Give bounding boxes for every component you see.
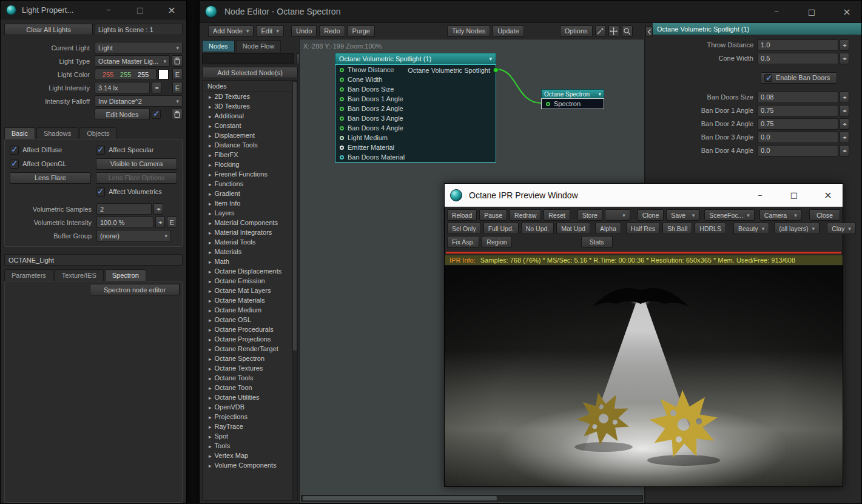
expand-wedge-icon[interactable]	[209, 161, 212, 168]
output-pin[interactable]	[493, 67, 499, 73]
buffer-group-dropdown[interactable]: (none)	[96, 230, 171, 241]
expand-wedge-icon[interactable]	[209, 335, 212, 343]
maximize-icon[interactable]	[135, 5, 145, 15]
tab-basic[interactable]: Basic	[4, 127, 35, 139]
zoom-tool-button[interactable]	[622, 25, 633, 37]
node-category-item[interactable]: Octane Emission	[203, 276, 297, 286]
expand-wedge-icon[interactable]	[209, 297, 212, 304]
expand-wedge-icon[interactable]	[209, 394, 212, 401]
expand-wedge-icon[interactable]	[209, 345, 212, 352]
node-input-row[interactable]: Ban Doors Size	[335, 84, 496, 94]
edit-menu[interactable]: Edit	[256, 25, 284, 37]
expand-wedge-icon[interactable]	[209, 326, 212, 333]
store-button[interactable]: Store	[577, 209, 602, 221]
affect-volumetrics-checkbox[interactable]	[96, 187, 105, 197]
options-button[interactable]: Options	[560, 25, 593, 37]
node-category-item[interactable]: Math	[203, 257, 297, 266]
node-input-row[interactable]: Ban Doors Material	[335, 152, 496, 162]
node-category-item[interactable]: Octane Displacements	[203, 266, 297, 276]
add-selected-nodes-button[interactable]: Add Selected Node(s)	[202, 67, 298, 78]
node-category-item[interactable]: Material Tools	[203, 237, 297, 247]
property-stepper[interactable]	[840, 132, 849, 143]
node-input-row[interactable]: Ban Doors 3 Angle	[335, 113, 496, 123]
node-category-item[interactable]: Material Components	[203, 218, 297, 227]
expand-wedge-icon[interactable]	[209, 452, 212, 459]
tidy-nodes-button[interactable]: Tidy Nodes	[447, 25, 490, 37]
reload-button[interactable]: Reload	[447, 209, 477, 221]
redraw-button[interactable]: Redraw	[510, 209, 541, 221]
close-icon[interactable]	[842, 6, 852, 18]
minimize-icon[interactable]	[772, 7, 781, 16]
expand-wedge-icon[interactable]	[209, 151, 212, 158]
shader-ball-button[interactable]: Sh.Ball	[662, 223, 692, 234]
spectron-node-editor-button[interactable]: Spectron node editor	[90, 284, 180, 295]
expand-wedge-icon[interactable]	[209, 403, 212, 411]
update-button[interactable]: Update	[493, 25, 524, 37]
expand-wedge-icon[interactable]	[209, 267, 212, 275]
node-category-item[interactable]: Distance Tools	[203, 140, 297, 150]
node-category-item[interactable]: Octane Mat Layers	[203, 286, 297, 295]
node-category-item[interactable]: Octane Medium	[203, 305, 297, 315]
input-pin[interactable]	[340, 155, 344, 160]
expand-wedge-icon[interactable]	[209, 102, 212, 110]
node-input-row[interactable]: Cone Width	[335, 75, 496, 84]
input-pin[interactable]	[340, 107, 344, 111]
clone-button[interactable]: Clone	[638, 209, 664, 221]
node-header[interactable]: Octane Spectron	[541, 89, 604, 98]
input-pin[interactable]	[340, 126, 344, 130]
expand-wedge-icon[interactable]	[209, 287, 212, 294]
input-pin[interactable]	[340, 78, 344, 82]
node-category-item[interactable]: Material Integrators	[203, 227, 297, 237]
ipr-titlebar[interactable]: Octane IPR Preview Window	[445, 184, 843, 207]
node-category-item[interactable]: FiberFX	[203, 150, 297, 160]
node-category-item[interactable]: RayTrace	[203, 422, 297, 431]
expand-wedge-icon[interactable]	[209, 432, 212, 440]
node-category-item[interactable]: Tools	[203, 441, 297, 451]
node-category-item[interactable]: Octane RenderTarget	[203, 344, 297, 354]
light-properties-titlebar[interactable]: Light Propert...	[1, 1, 186, 19]
octane-spectron-node[interactable]: Octane Spectron Spectron	[541, 89, 604, 109]
affect-opengl-checkbox[interactable]	[10, 160, 19, 169]
node-editor-titlebar[interactable]: Node Editor - Octane Spectron	[200, 1, 861, 23]
node-header[interactable]: Octane Volumetric Spotlight (1)	[335, 53, 496, 64]
full-update-button[interactable]: Full Upd.	[483, 223, 519, 234]
expand-wedge-icon[interactable]	[209, 365, 212, 372]
node-category-item[interactable]: Item Info	[203, 198, 297, 208]
node-category-item[interactable]: Projections	[203, 412, 297, 422]
close-icon[interactable]	[823, 189, 833, 201]
volumetric-intensity-envelope-button[interactable]: E	[167, 217, 177, 228]
tab-nodes[interactable]: Nodes	[202, 40, 235, 52]
pick-tool-button[interactable]	[595, 25, 606, 37]
sel-only-button[interactable]: Sel Only	[447, 223, 481, 234]
node-category-item[interactable]: Fresnel Functions	[203, 169, 297, 179]
expand-wedge-icon[interactable]	[209, 209, 212, 217]
tab-node-flow[interactable]: Node Flow	[236, 40, 281, 52]
pan-tool-button[interactable]	[608, 25, 619, 37]
expand-wedge-icon[interactable]	[209, 374, 212, 381]
node-category-item[interactable]: Octane Textures	[203, 363, 297, 373]
node-category-item[interactable]: Octane OSL	[203, 315, 297, 324]
node-category-item[interactable]: Displacement	[203, 130, 297, 140]
input-pin[interactable]	[340, 68, 344, 72]
enable-ban-doors-checkbox[interactable]	[764, 74, 772, 82]
node-list-scrollbar[interactable]	[292, 81, 297, 500]
expand-wedge-icon[interactable]	[209, 132, 212, 139]
property-stepper[interactable]	[840, 145, 849, 156]
clay-mode-dropdown[interactable]: Clay	[827, 223, 856, 234]
affect-diffuse-checkbox[interactable]	[10, 146, 19, 155]
stats-button[interactable]: Stats	[581, 236, 613, 247]
node-category-item[interactable]: Octane Utilities	[203, 392, 297, 402]
expand-wedge-icon[interactable]	[209, 423, 212, 430]
node-search-input[interactable]	[202, 53, 294, 64]
node-category-item[interactable]: Materials	[203, 247, 297, 257]
expand-wedge-icon[interactable]	[209, 248, 212, 255]
input-pin[interactable]	[340, 87, 344, 92]
tab-parameters[interactable]: Parameters	[4, 269, 53, 281]
node-input-row[interactable]: Ban Doors 4 Angle	[335, 123, 496, 133]
minimize-icon[interactable]	[104, 5, 113, 14]
expand-wedge-icon[interactable]	[209, 200, 212, 207]
property-stepper[interactable]	[840, 105, 849, 116]
node-category-item[interactable]: Flocking	[203, 160, 297, 169]
property-value-field[interactable]: 0.0	[757, 145, 838, 156]
expand-wedge-icon[interactable]	[209, 384, 212, 391]
